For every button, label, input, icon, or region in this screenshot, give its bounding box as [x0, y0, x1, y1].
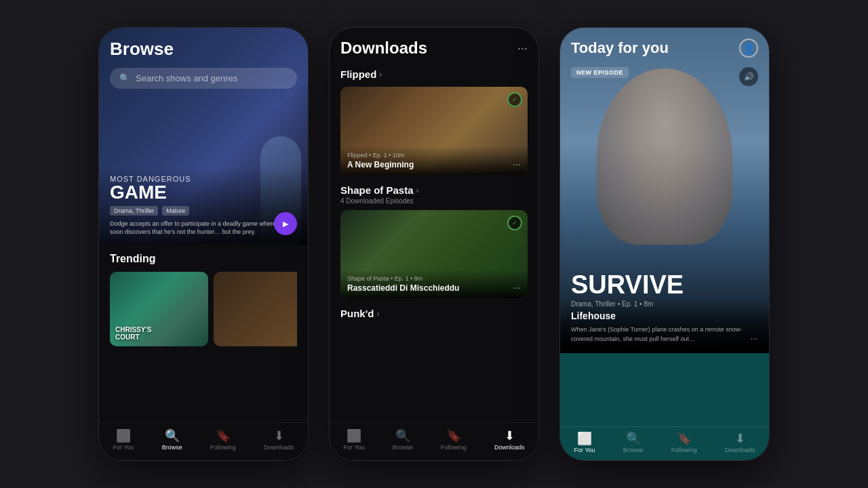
new-episode-badge: NEW EPISODE [571, 67, 629, 78]
punkd-chevron: › [376, 309, 379, 319]
dl-following-icon: 🔖 [446, 430, 461, 442]
today-nav-following[interactable]: 🔖 Following [671, 432, 697, 453]
show-tags: Drama, Thriller Mature [110, 206, 297, 216]
trending-row: CHRISSY'SCOURT [110, 272, 297, 346]
dl-nav-following[interactable]: 🔖 Following [441, 430, 467, 451]
nav-following[interactable]: 🔖 Following [210, 430, 236, 451]
dl-downloads-icon: ⬇ [505, 430, 515, 442]
downloads-content: Downloads ··· Flipped › ✓ Flipped • Ep. … [330, 28, 538, 422]
today-bottom-card [560, 353, 769, 426]
today-phone: Today for you 👤 NEW EPISODE 🔊 SURVIVE Dr… [559, 27, 770, 461]
today-bottom-nav: ⬜ For You 🔍 Browse 🔖 Following ⬇ Downloa… [560, 426, 769, 460]
browse-icon: 🔍 [165, 430, 180, 442]
search-bar[interactable]: 🔍 Search shows and genres [110, 68, 297, 89]
today-dots-button[interactable]: ··· [750, 333, 758, 344]
browse-header: Browse 🔍 Search shows and genres [110, 39, 297, 89]
flipped-card[interactable]: ✓ Flipped • Ep. 1 • 10m A New Beginning … [340, 87, 528, 175]
following-icon: 🔖 [216, 430, 231, 442]
today-show-title: Lifehouse [571, 310, 758, 321]
search-icon: 🔍 [119, 73, 130, 83]
pasta-card-info: Shape of Pasta • Ep. 1 • 8m Rasscatieddi… [340, 270, 528, 298]
flipped-title: Flipped [340, 68, 376, 80]
downloads-icon: ⬇ [274, 430, 284, 442]
downloads-title: Downloads [340, 39, 427, 58]
nav-for-you-label: For You [113, 444, 134, 451]
punkd-title: Punk'd [340, 308, 374, 319]
flipped-heading: Flipped › [340, 68, 528, 80]
pasta-card-dots[interactable]: ··· [513, 282, 521, 293]
today-nav-browse-label: Browse [623, 447, 644, 453]
download-checkmark: ✓ [507, 92, 522, 107]
for-you-icon: ⬜ [116, 430, 131, 442]
today-browse-icon: 🔍 [626, 432, 641, 445]
flipped-card-title: A New Beginning [347, 160, 521, 169]
today-following-icon: 🔖 [677, 432, 692, 445]
trending-card-2[interactable] [214, 272, 297, 346]
trending-section: Trending CHRISSY'SCOURT [99, 245, 308, 422]
search-placeholder: Search shows and genres [136, 73, 237, 83]
today-hero-overlay: SURVIVE Drama, Thriller • Ep. 1 • 8m Lif… [560, 262, 769, 353]
dl-nav-browse[interactable]: 🔍 Browse [393, 430, 413, 451]
pasta-card-meta: Shape of Pasta • Ep. 1 • 8m [347, 275, 521, 282]
today-nav-downloads-label: Downloads [725, 447, 755, 453]
browse-bottom-nav: ⬜ For You 🔍 Browse 🔖 Following ⬇ Downloa… [99, 422, 308, 460]
trending-title: Trending [110, 253, 297, 265]
dl-nav-for-you[interactable]: ⬜ For You [344, 430, 365, 451]
nav-downloads-label: Downloads [264, 444, 294, 451]
pasta-subtitle: 4 Downloaded Episodes [340, 197, 528, 205]
dl-nav-downloads-label: Downloads [494, 444, 525, 451]
dl-nav-for-you-label: For You [344, 444, 365, 451]
today-nav-following-label: Following [671, 447, 697, 453]
flipped-card-info: Flipped • Ep. 1 • 10m A New Beginning [340, 146, 528, 175]
nav-browse-label: Browse [162, 444, 182, 451]
today-nav-for-you-label: For You [574, 447, 595, 453]
show-title-main: GAME [110, 183, 297, 202]
today-description: When Jane's (Sophie Turner) plane crashe… [571, 325, 758, 344]
pasta-chevron: › [416, 186, 419, 195]
today-tags: Drama, Thriller • Ep. 1 • 8m [571, 300, 758, 308]
today-title: Today for you [571, 39, 669, 57]
dl-nav-browse-label: Browse [393, 444, 413, 451]
dl-nav-following-label: Following [441, 444, 467, 451]
downloads-menu-button[interactable]: ··· [517, 41, 528, 56]
nav-downloads[interactable]: ⬇ Downloads [264, 430, 294, 451]
nav-following-label: Following [210, 444, 236, 451]
nav-browse[interactable]: 🔍 Browse [162, 430, 182, 451]
today-for-you-icon: ⬜ [577, 432, 592, 445]
hero-overlay: Most Dangerous GAME Drama, Thriller Matu… [99, 167, 308, 245]
survive-title: SURVIVE [571, 272, 758, 298]
flipped-card-meta: Flipped • Ep. 1 • 10m [347, 152, 521, 159]
today-nav-downloads[interactable]: ⬇ Downloads [725, 432, 755, 453]
trending-card-title-1: CHRISSY'SCOURT [115, 326, 152, 341]
trending-card-chrissy[interactable]: CHRISSY'SCOURT [110, 272, 208, 346]
today-downloads-icon: ⬇ [735, 432, 745, 445]
pasta-card-title: Rasscatieddi Di Miscchieddu [347, 283, 521, 293]
tag-mature: Mature [162, 206, 189, 216]
downloads-bottom-nav: ⬜ For You 🔍 Browse 🔖 Following ⬇ Downloa… [330, 422, 538, 460]
today-nav-browse[interactable]: 🔍 Browse [623, 432, 644, 453]
pasta-heading: Shape of Pasta › [340, 184, 528, 196]
dl-for-you-icon: ⬜ [347, 430, 361, 442]
tag-drama: Drama, Thriller [110, 206, 158, 216]
dl-nav-downloads[interactable]: ⬇ Downloads [494, 430, 525, 451]
flipped-chevron: › [379, 70, 382, 79]
pasta-checkmark: ✓ [507, 216, 522, 230]
pasta-title: Shape of Pasta [340, 184, 414, 196]
today-hero: Today for you 👤 NEW EPISODE 🔊 SURVIVE Dr… [560, 28, 769, 353]
show-logo: Most Dangerous GAME [110, 175, 297, 202]
downloads-header: Downloads ··· [340, 39, 528, 58]
nav-for-you[interactable]: ⬜ For You [113, 430, 134, 451]
today-nav-for-you[interactable]: ⬜ For You [574, 432, 595, 453]
flipped-card-dots[interactable]: ··· [513, 159, 521, 169]
pasta-card[interactable]: ✓ Shape of Pasta • Ep. 1 • 8m Rasscatied… [340, 210, 528, 298]
punkd-heading: Punk'd › [340, 308, 528, 319]
survive-face [597, 68, 732, 245]
dl-browse-icon: 🔍 [395, 430, 410, 442]
today-header: Today for you 👤 [571, 39, 758, 58]
browse-phone: Browse 🔍 Search shows and genres Most Da… [98, 27, 309, 461]
browse-title: Browse [110, 39, 297, 60]
profile-icon[interactable]: 👤 [739, 39, 758, 58]
show-description: Dodge accepts an offer to participate in… [110, 220, 297, 237]
play-button[interactable]: ▶ [274, 212, 297, 235]
volume-button[interactable]: 🔊 [739, 67, 758, 86]
